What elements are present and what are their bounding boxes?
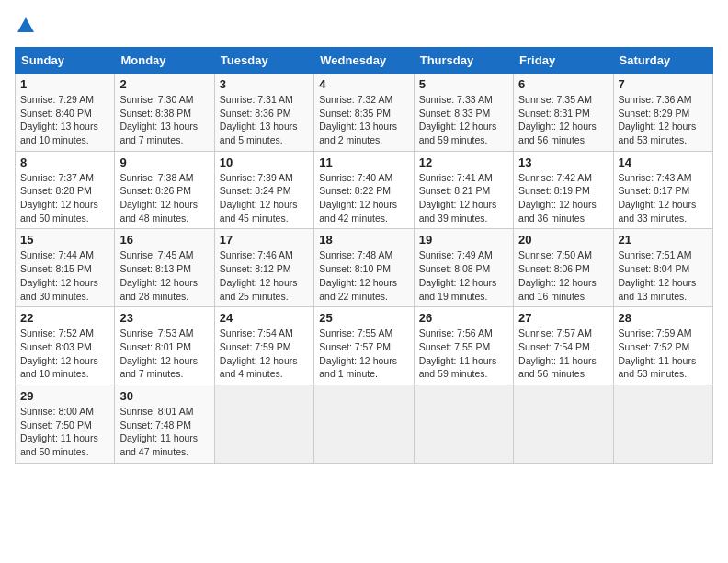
day-info: Sunrise: 7:40 AMSunset: 8:22 PMDaylight:… (319, 171, 408, 225)
calendar-cell: 24Sunrise: 7:54 AMSunset: 7:59 PMDayligh… (214, 307, 313, 385)
logo-icon (16, 16, 36, 36)
day-info: Sunrise: 7:51 AMSunset: 8:04 PMDaylight:… (619, 248, 708, 303)
day-info: Sunrise: 7:48 AMSunset: 8:10 PMDaylight:… (319, 248, 408, 303)
day-info: Sunrise: 7:52 AMSunset: 8:03 PMDaylight:… (20, 327, 109, 381)
day-number: 7 (619, 77, 708, 91)
calendar-week-5: 29Sunrise: 8:00 AMSunset: 7:50 PMDayligh… (16, 385, 713, 463)
calendar-cell: 26Sunrise: 7:56 AMSunset: 7:55 PMDayligh… (414, 307, 513, 385)
calendar-cell: 30Sunrise: 8:01 AMSunset: 7:48 PMDayligh… (115, 385, 214, 463)
day-header-monday: Monday (115, 47, 214, 73)
day-number: 26 (419, 311, 508, 325)
calendar-header-row: SundayMondayTuesdayWednesdayThursdayFrid… (16, 47, 713, 73)
calendar-cell: 15Sunrise: 7:44 AMSunset: 8:15 PMDayligh… (16, 229, 115, 307)
day-number: 10 (220, 155, 309, 169)
calendar-cell: 1Sunrise: 7:29 AMSunset: 8:40 PMDaylight… (16, 73, 115, 151)
calendar-week-3: 15Sunrise: 7:44 AMSunset: 8:15 PMDayligh… (16, 229, 713, 307)
calendar-cell (414, 385, 513, 463)
day-info: Sunrise: 7:46 AMSunset: 8:12 PMDaylight:… (220, 248, 309, 303)
day-number: 12 (419, 155, 508, 169)
day-number: 5 (419, 77, 508, 91)
calendar-cell (314, 385, 414, 463)
day-number: 8 (20, 155, 109, 169)
day-info: Sunrise: 7:54 AMSunset: 7:59 PMDaylight:… (220, 327, 309, 381)
day-info: Sunrise: 7:36 AMSunset: 8:29 PMDaylight:… (619, 93, 708, 147)
calendar-cell: 27Sunrise: 7:57 AMSunset: 7:54 PMDayligh… (514, 307, 613, 385)
svg-marker-0 (17, 17, 34, 32)
calendar-cell: 16Sunrise: 7:45 AMSunset: 8:13 PMDayligh… (115, 229, 214, 307)
day-info: Sunrise: 7:32 AMSunset: 8:35 PMDaylight:… (319, 93, 408, 147)
day-info: Sunrise: 8:01 AMSunset: 7:48 PMDaylight:… (119, 405, 209, 459)
day-number: 23 (119, 311, 209, 325)
day-number: 21 (619, 233, 708, 247)
day-header-thursday: Thursday (414, 47, 513, 73)
calendar-cell (214, 385, 313, 463)
calendar-cell: 8Sunrise: 7:37 AMSunset: 8:28 PMDaylight… (16, 151, 115, 229)
calendar-cell: 22Sunrise: 7:52 AMSunset: 8:03 PMDayligh… (16, 307, 115, 385)
calendar-cell: 17Sunrise: 7:46 AMSunset: 8:12 PMDayligh… (214, 229, 313, 307)
day-header-saturday: Saturday (613, 47, 712, 73)
calendar-cell (514, 385, 613, 463)
day-number: 14 (619, 155, 708, 169)
calendar-cell: 25Sunrise: 7:55 AMSunset: 7:57 PMDayligh… (314, 307, 414, 385)
day-info: Sunrise: 7:38 AMSunset: 8:26 PMDaylight:… (119, 171, 209, 225)
day-number: 13 (518, 155, 608, 169)
calendar-cell: 29Sunrise: 8:00 AMSunset: 7:50 PMDayligh… (16, 385, 115, 463)
day-number: 28 (619, 311, 708, 325)
day-header-wednesday: Wednesday (314, 47, 414, 73)
day-info: Sunrise: 7:35 AMSunset: 8:31 PMDaylight:… (518, 93, 608, 147)
day-info: Sunrise: 7:44 AMSunset: 8:15 PMDaylight:… (20, 248, 109, 303)
calendar-table: SundayMondayTuesdayWednesdayThursdayFrid… (15, 47, 713, 464)
day-number: 20 (518, 233, 608, 247)
day-info: Sunrise: 7:49 AMSunset: 8:08 PMDaylight:… (419, 248, 508, 303)
day-number: 4 (319, 77, 408, 91)
calendar-cell: 7Sunrise: 7:36 AMSunset: 8:29 PMDaylight… (613, 73, 712, 151)
day-number: 16 (119, 233, 209, 247)
day-number: 17 (220, 233, 309, 247)
page-header (15, 15, 713, 36)
day-info: Sunrise: 7:50 AMSunset: 8:06 PMDaylight:… (518, 248, 608, 303)
calendar-week-2: 8Sunrise: 7:37 AMSunset: 8:28 PMDaylight… (16, 151, 713, 229)
day-info: Sunrise: 7:59 AMSunset: 7:52 PMDaylight:… (619, 327, 708, 381)
day-number: 2 (119, 77, 209, 91)
day-number: 19 (419, 233, 508, 247)
calendar-cell: 2Sunrise: 7:30 AMSunset: 8:38 PMDaylight… (115, 73, 214, 151)
calendar-cell: 28Sunrise: 7:59 AMSunset: 7:52 PMDayligh… (613, 307, 712, 385)
day-info: Sunrise: 7:53 AMSunset: 8:01 PMDaylight:… (119, 327, 209, 381)
day-number: 1 (20, 77, 109, 91)
calendar-cell: 19Sunrise: 7:49 AMSunset: 8:08 PMDayligh… (414, 229, 513, 307)
calendar-cell: 23Sunrise: 7:53 AMSunset: 8:01 PMDayligh… (115, 307, 214, 385)
calendar-cell: 12Sunrise: 7:41 AMSunset: 8:21 PMDayligh… (414, 151, 513, 229)
day-info: Sunrise: 7:57 AMSunset: 7:54 PMDaylight:… (518, 327, 608, 381)
day-number: 22 (20, 311, 109, 325)
day-number: 25 (319, 311, 408, 325)
calendar-cell: 6Sunrise: 7:35 AMSunset: 8:31 PMDaylight… (514, 73, 613, 151)
day-header-friday: Friday (514, 47, 613, 73)
day-info: Sunrise: 7:33 AMSunset: 8:33 PMDaylight:… (419, 93, 508, 147)
day-info: Sunrise: 7:41 AMSunset: 8:21 PMDaylight:… (419, 171, 508, 225)
day-info: Sunrise: 7:55 AMSunset: 7:57 PMDaylight:… (319, 327, 408, 381)
calendar-cell: 5Sunrise: 7:33 AMSunset: 8:33 PMDaylight… (414, 73, 513, 151)
calendar-cell: 11Sunrise: 7:40 AMSunset: 8:22 PMDayligh… (314, 151, 414, 229)
day-number: 29 (20, 389, 109, 403)
calendar-cell: 14Sunrise: 7:43 AMSunset: 8:17 PMDayligh… (613, 151, 712, 229)
day-number: 6 (518, 77, 608, 91)
logo-text (15, 15, 37, 36)
day-info: Sunrise: 7:45 AMSunset: 8:13 PMDaylight:… (119, 248, 209, 303)
day-number: 24 (220, 311, 309, 325)
calendar-cell: 4Sunrise: 7:32 AMSunset: 8:35 PMDaylight… (314, 73, 414, 151)
day-header-tuesday: Tuesday (214, 47, 313, 73)
calendar-cell: 10Sunrise: 7:39 AMSunset: 8:24 PMDayligh… (214, 151, 313, 229)
calendar-week-4: 22Sunrise: 7:52 AMSunset: 8:03 PMDayligh… (16, 307, 713, 385)
day-number: 11 (319, 155, 408, 169)
calendar-cell (613, 385, 712, 463)
calendar-week-1: 1Sunrise: 7:29 AMSunset: 8:40 PMDaylight… (16, 73, 713, 151)
day-info: Sunrise: 8:00 AMSunset: 7:50 PMDaylight:… (20, 405, 109, 459)
day-info: Sunrise: 7:30 AMSunset: 8:38 PMDaylight:… (119, 93, 209, 147)
calendar-cell: 3Sunrise: 7:31 AMSunset: 8:36 PMDaylight… (214, 73, 313, 151)
calendar-cell: 13Sunrise: 7:42 AMSunset: 8:19 PMDayligh… (514, 151, 613, 229)
day-info: Sunrise: 7:43 AMSunset: 8:17 PMDaylight:… (619, 171, 708, 225)
day-info: Sunrise: 7:29 AMSunset: 8:40 PMDaylight:… (20, 93, 109, 147)
day-number: 9 (119, 155, 209, 169)
day-info: Sunrise: 7:37 AMSunset: 8:28 PMDaylight:… (20, 171, 109, 225)
day-info: Sunrise: 7:39 AMSunset: 8:24 PMDaylight:… (220, 171, 309, 225)
